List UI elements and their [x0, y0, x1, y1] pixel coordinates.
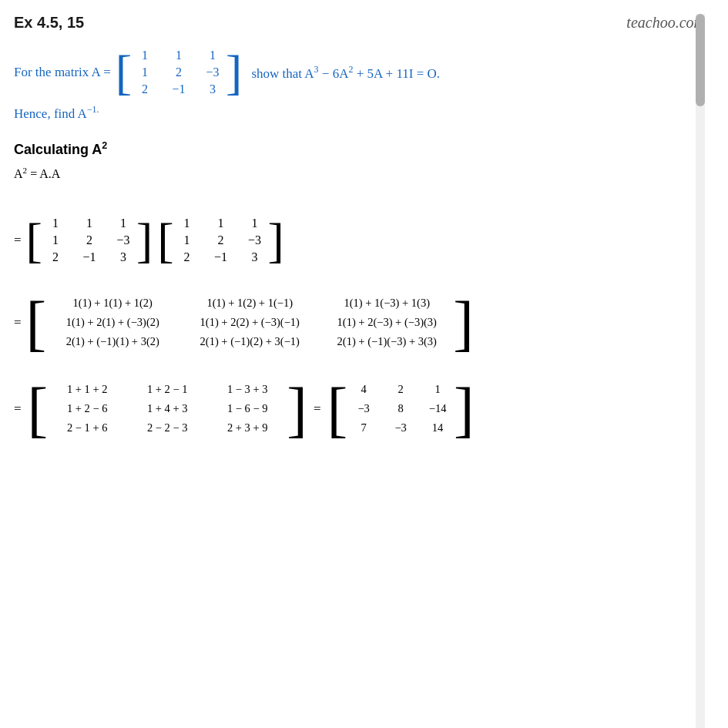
- bl-res: [: [327, 378, 347, 440]
- res-0-0: 4: [352, 383, 375, 396]
- cell-2-2: 3: [204, 82, 221, 96]
- hence-line: Hence, find A−1.: [14, 104, 705, 122]
- br-res: ]: [454, 378, 475, 440]
- equals-sign-1: =: [14, 233, 22, 248]
- res-1-1: 8: [389, 402, 412, 415]
- m2-0-2: 1: [247, 216, 263, 230]
- simp-0-1: 1 + 2 − 1: [133, 383, 202, 396]
- comp-1-0: 1(1) + 2(1) + (−3)(2): [51, 316, 174, 329]
- m2-0-1: 1: [213, 216, 230, 230]
- comp-2-2: 2(1) + (−1)(−3) + 3(3): [325, 335, 448, 348]
- m2-1-0: 1: [179, 233, 196, 247]
- matrix-A1-grid: 1 1 1 1 2 −3 2 −1 3: [42, 213, 136, 267]
- matrix-A: [ 1 1 1 1 2 −3 2 −1 3 ]: [116, 45, 243, 99]
- comp-0-1: 1(1) + 1(2) + 1(−1): [188, 297, 311, 310]
- section-a2: Calculating A2 A2 = A.A = [ 1 1 1 1 2 −3…: [14, 140, 705, 440]
- res-2-1: −3: [389, 421, 412, 434]
- m1-0-2: 1: [115, 216, 132, 230]
- matrix-A1: [ 1 1 1 1 2 −3 2 −1 3 ]: [26, 213, 153, 267]
- matrix-result-grid: 4 2 1 −3 8 −14 7 −3 14: [347, 380, 454, 438]
- simp-2-0: 2 − 1 + 6: [52, 421, 122, 434]
- cell-2-0: 2: [136, 82, 153, 96]
- simp-1-2: 1 − 6 − 9: [213, 402, 282, 415]
- m2-0-0: 1: [179, 216, 196, 230]
- matrix-simplified-grid: 1 + 1 + 2 1 + 2 − 1 1 − 3 + 3 1 + 2 − 6 …: [48, 380, 287, 438]
- res-2-0: 7: [352, 421, 375, 434]
- matrix-simplified: [ 1 + 1 + 2 1 + 2 − 1 1 − 3 + 3 1 + 2 − …: [28, 378, 307, 440]
- matrix-A-grid: 1 1 1 1 2 −3 2 −1 3: [132, 45, 226, 99]
- a2-simplified-result: = [ 1 + 1 + 2 1 + 2 − 1 1 − 3 + 3 1 + 2 …: [14, 378, 705, 440]
- m2-2-0: 2: [179, 250, 196, 264]
- comp-1-1: 1(1) + 2(2) + (−3)(−1): [188, 316, 311, 329]
- m2-2-1: −1: [213, 250, 230, 264]
- br-comp: ]: [453, 292, 474, 354]
- cell-1-1: 2: [170, 65, 187, 79]
- m2-1-1: 2: [213, 233, 230, 247]
- bl2: [: [157, 216, 173, 265]
- res-1-2: −14: [426, 402, 449, 415]
- scrollbar-thumb[interactable]: [696, 14, 705, 106]
- br-simp: ]: [287, 378, 307, 440]
- matrix-A2-grid: 1 1 1 1 2 −3 2 −1 3: [174, 213, 268, 267]
- m1-0-0: 1: [47, 216, 64, 230]
- res-0-2: 1: [426, 383, 449, 396]
- simp-2-2: 2 + 3 + 9: [213, 421, 282, 434]
- problem-prefix: For the matrix A =: [14, 65, 111, 80]
- problem-statement: For the matrix A = [ 1 1 1 1 2 −3 2 −1 3…: [14, 45, 705, 99]
- brand-logo: teachoo.com: [626, 14, 705, 32]
- cell-1-2: −3: [204, 65, 221, 79]
- m1-2-1: −1: [81, 250, 98, 264]
- cell-0-1: 1: [170, 49, 187, 62]
- simp-2-1: 2 − 2 − 3: [133, 421, 202, 434]
- equals-sign-4: =: [314, 401, 321, 417]
- bl-comp: [: [26, 292, 47, 354]
- res-0-1: 2: [389, 383, 412, 396]
- bracket-right: ]: [226, 48, 242, 97]
- equals-sign-2: =: [14, 315, 22, 330]
- comp-2-0: 2(1) + (−1)(1) + 3(2): [51, 335, 174, 348]
- comp-0-0: 1(1) + 1(1) + 1(2): [51, 297, 174, 310]
- matrix-result: [ 4 2 1 −3 8 −14 7 −3 14 ]: [327, 378, 474, 440]
- comp-0-2: 1(1) + 1(−3) + 1(3): [325, 297, 448, 310]
- section-heading-a2: Calculating A2: [14, 140, 705, 158]
- matrix-A2: [ 1 1 1 1 2 −3 2 −1 3 ]: [157, 213, 284, 267]
- m1-1-1: 2: [81, 233, 98, 247]
- res-2-2: 14: [426, 421, 449, 434]
- comp-1-2: 1(1) + 2(−3) + (−3)(3): [325, 316, 448, 329]
- scrollbar-track[interactable]: [696, 14, 705, 728]
- equals-sign-3: =: [14, 401, 22, 417]
- m1-2-0: 2: [47, 250, 64, 264]
- a2-product: = [ 1 1 1 1 2 −3 2 −1 3 ] [: [14, 213, 705, 267]
- page-wrapper: Ex 4.5, 15 teachoo.com For the matrix A …: [14, 14, 705, 440]
- simp-0-0: 1 + 1 + 2: [52, 383, 122, 396]
- cell-0-0: 1: [136, 49, 153, 62]
- br1: ]: [136, 216, 153, 265]
- m1-2-2: 3: [115, 250, 132, 264]
- cell-0-2: 1: [204, 49, 221, 62]
- simp-0-2: 1 − 3 + 3: [213, 383, 282, 396]
- a2-eq1: A2 = A.A: [14, 166, 705, 181]
- a2-eq1-text: A2 = A.A: [14, 166, 60, 181]
- cell-2-1: −1: [170, 82, 187, 96]
- a2-computation: = [ 1(1) + 1(1) + 1(2) 1(1) + 1(2) + 1(−…: [14, 292, 705, 354]
- cell-1-0: 1: [136, 65, 153, 79]
- ex-title: Ex 4.5, 15: [14, 14, 84, 32]
- simp-1-1: 1 + 4 + 3: [133, 402, 202, 415]
- show-text: show that A3 − 6A2 + 5A + 11I = O.: [251, 64, 440, 82]
- res-1-0: −3: [352, 402, 375, 415]
- comp-2-1: 2(1) + (−1)(2) + 3(−1): [188, 335, 311, 348]
- m1-1-0: 1: [47, 233, 64, 247]
- matrix-computation: [ 1(1) + 1(1) + 1(2) 1(1) + 1(2) + 1(−1)…: [26, 292, 474, 354]
- bl-simp: [: [28, 378, 49, 440]
- m2-1-2: −3: [247, 233, 263, 247]
- m1-0-1: 1: [81, 216, 98, 230]
- m2-2-2: 3: [247, 250, 263, 264]
- simp-1-0: 1 + 2 − 6: [52, 402, 122, 415]
- br2: ]: [268, 216, 284, 265]
- matrix-computation-grid: 1(1) + 1(1) + 1(2) 1(1) + 1(2) + 1(−1) 1…: [46, 294, 453, 351]
- header: Ex 4.5, 15 teachoo.com: [14, 14, 705, 32]
- m1-1-2: −3: [115, 233, 132, 247]
- bracket-left: [: [116, 48, 132, 97]
- bl1: [: [26, 216, 42, 265]
